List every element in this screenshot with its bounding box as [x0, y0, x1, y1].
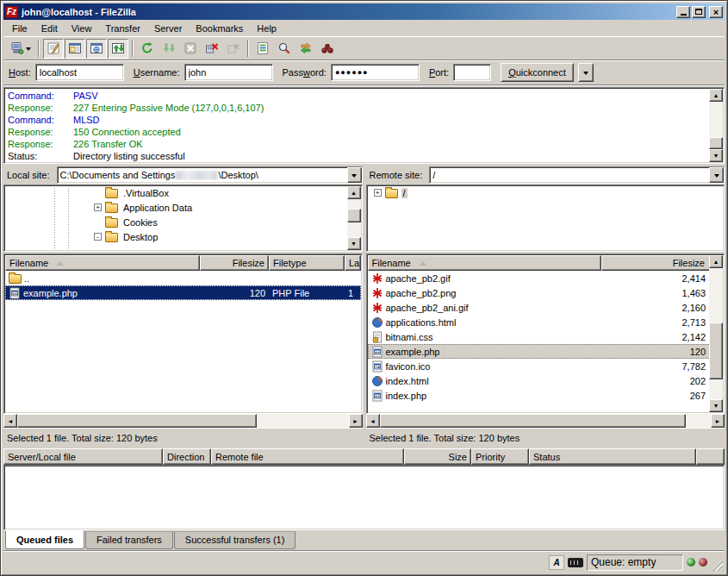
- file-row-updir[interactable]: ..: [5, 271, 361, 285]
- apache-feather-icon: [371, 272, 383, 285]
- menu-bookmarks[interactable]: Bookmarks: [189, 21, 250, 36]
- title-bar[interactable]: Fz john@localhost - FileZilla ×: [3, 3, 725, 20]
- message-log[interactable]: Command:PASV Response:227 Entering Passi…: [3, 87, 725, 164]
- collapse-minus-icon[interactable]: -: [94, 233, 102, 241]
- file-row[interactable]: apache_pb2.gif 2,414: [368, 271, 724, 285]
- combo-dropdown-button[interactable]: [709, 167, 724, 183]
- scroll-down-icon[interactable]: ▼: [709, 399, 723, 412]
- synchronized-browsing-button[interactable]: [296, 39, 316, 59]
- tab-queued-files[interactable]: Queued files: [5, 530, 84, 549]
- tree-item[interactable]: + Application Data: [4, 200, 362, 215]
- close-button[interactable]: ×: [709, 6, 723, 18]
- scroll-thumb[interactable]: [709, 137, 723, 149]
- file-row[interactable]: index.php 267: [368, 388, 724, 403]
- tree-item[interactable]: + /: [367, 185, 725, 200]
- directory-comparison-button[interactable]: [274, 39, 295, 59]
- tab-failed-transfers[interactable]: Failed transfers: [85, 531, 173, 549]
- remote-directory-tree[interactable]: + /: [366, 185, 725, 252]
- remote-file-list[interactable]: Filename Filesize apache_pb2.gif 2,414 a…: [366, 254, 725, 414]
- menu-help[interactable]: Help: [250, 21, 283, 36]
- local-site-combo[interactable]: C:\Documents and Settings\Desktop\: [57, 166, 363, 184]
- filter-button[interactable]: [252, 39, 273, 59]
- remote-horizontal-scrollbar[interactable]: ◄ ►: [366, 414, 725, 428]
- remote-site-combo[interactable]: /: [429, 166, 725, 184]
- toggle-transfer-queue-button[interactable]: [108, 39, 128, 59]
- local-tree-scrollbar[interactable]: ▲ ▼: [347, 186, 361, 250]
- scroll-down-icon[interactable]: ▼: [709, 149, 723, 162]
- host-label: Host:: [9, 67, 31, 78]
- toggle-remote-tree-button[interactable]: [86, 39, 107, 59]
- combo-dropdown-button[interactable]: [347, 167, 362, 183]
- column-header-filename[interactable]: Filename: [368, 255, 601, 271]
- queue-list[interactable]: [3, 465, 725, 530]
- tree-item[interactable]: - Desktop: [4, 229, 362, 244]
- column-header-last-modified[interactable]: Last modified: [345, 255, 361, 271]
- file-row[interactable]: apache_pb2.png 1,463: [368, 285, 724, 300]
- password-input[interactable]: [331, 64, 420, 81]
- local-horizontal-scrollbar[interactable]: ◄ ►: [3, 414, 363, 428]
- username-input[interactable]: [184, 64, 273, 81]
- scroll-right-icon[interactable]: ►: [349, 414, 363, 428]
- disconnect-button[interactable]: [202, 39, 222, 59]
- filezilla-logo-icon: Fz: [5, 6, 18, 18]
- column-header-direction[interactable]: Direction: [163, 448, 211, 465]
- menu-edit[interactable]: Edit: [34, 21, 65, 36]
- process-queue-button[interactable]: [159, 39, 179, 59]
- quickconnect-button[interactable]: Quickconnect: [501, 63, 574, 82]
- tree-item[interactable]: Cookies: [4, 215, 362, 229]
- column-header-filesize[interactable]: Filesize: [601, 255, 724, 271]
- port-input[interactable]: [453, 64, 491, 81]
- scroll-up-icon[interactable]: ▲: [347, 186, 361, 199]
- scroll-left-icon[interactable]: ◄: [3, 414, 17, 428]
- file-row-selected[interactable]: example.php 120: [368, 344, 724, 359]
- column-header-server-local-file[interactable]: Server/Local file: [3, 448, 163, 465]
- column-header-filetype[interactable]: Filetype: [269, 255, 345, 271]
- remote-list-scrollbar[interactable]: ▲ ▼: [709, 255, 723, 412]
- minimize-button[interactable]: [676, 6, 690, 18]
- quickconnect-dropdown-button[interactable]: [578, 63, 594, 82]
- host-input[interactable]: [35, 64, 124, 81]
- local-list-header: Filename Filesize Filetype Last modified: [5, 255, 361, 271]
- scroll-down-icon[interactable]: ▼: [347, 237, 361, 250]
- file-row[interactable]: apache_pb2_ani.gif 2,160: [368, 300, 724, 315]
- maximize-button[interactable]: [692, 6, 706, 18]
- expand-plus-icon[interactable]: +: [94, 203, 102, 211]
- toggle-message-log-button[interactable]: [43, 39, 64, 59]
- expand-plus-icon[interactable]: +: [374, 189, 382, 197]
- scroll-thumb[interactable]: [17, 414, 257, 428]
- scroll-thumb[interactable]: [709, 322, 723, 379]
- site-manager-button[interactable]: [5, 39, 34, 59]
- scroll-thumb[interactable]: [380, 414, 686, 428]
- tree-item[interactable]: .VirtualBox: [4, 185, 362, 200]
- scroll-thumb[interactable]: [347, 209, 361, 222]
- refresh-button[interactable]: [137, 39, 158, 59]
- local-directory-tree[interactable]: .VirtualBox + Application Data Cookies -…: [3, 185, 363, 252]
- file-row-selected[interactable]: example.php 120 PHP File 1: [5, 285, 361, 300]
- column-header-remote-file[interactable]: Remote file: [211, 448, 404, 465]
- column-header-status[interactable]: Status: [529, 448, 696, 465]
- column-header-size[interactable]: Size: [404, 448, 471, 465]
- menu-transfer[interactable]: Transfer: [98, 21, 147, 36]
- menu-server[interactable]: Server: [147, 21, 189, 36]
- column-header-priority[interactable]: Priority: [471, 448, 529, 465]
- file-row[interactable]: applications.html 2,713: [368, 315, 724, 329]
- scroll-right-icon[interactable]: ►: [711, 414, 725, 428]
- file-row[interactable]: bitnami.css 2,142: [368, 329, 724, 344]
- column-header-filename[interactable]: Filename: [5, 255, 200, 271]
- resize-grip[interactable]: [711, 559, 723, 571]
- column-header-filesize[interactable]: Filesize: [200, 255, 269, 271]
- menu-file[interactable]: File: [5, 21, 34, 36]
- toggle-local-tree-button[interactable]: [65, 39, 85, 59]
- find-files-button[interactable]: [317, 39, 338, 59]
- menu-view[interactable]: View: [65, 21, 99, 36]
- log-scrollbar[interactable]: ▲ ▼: [709, 89, 723, 162]
- reconnect-button[interactable]: [223, 39, 244, 59]
- local-file-list[interactable]: Filename Filesize Filetype Last modified…: [3, 254, 363, 414]
- file-row[interactable]: favicon.ico 7,782: [368, 359, 724, 373]
- tab-successful-transfers[interactable]: Successful transfers (1): [174, 531, 296, 549]
- scroll-left-icon[interactable]: ◄: [366, 414, 380, 428]
- cancel-operation-button[interactable]: [180, 39, 201, 59]
- scroll-up-icon[interactable]: ▲: [709, 255, 723, 268]
- scroll-up-icon[interactable]: ▲: [709, 89, 723, 102]
- file-row[interactable]: index.html 202: [368, 373, 724, 388]
